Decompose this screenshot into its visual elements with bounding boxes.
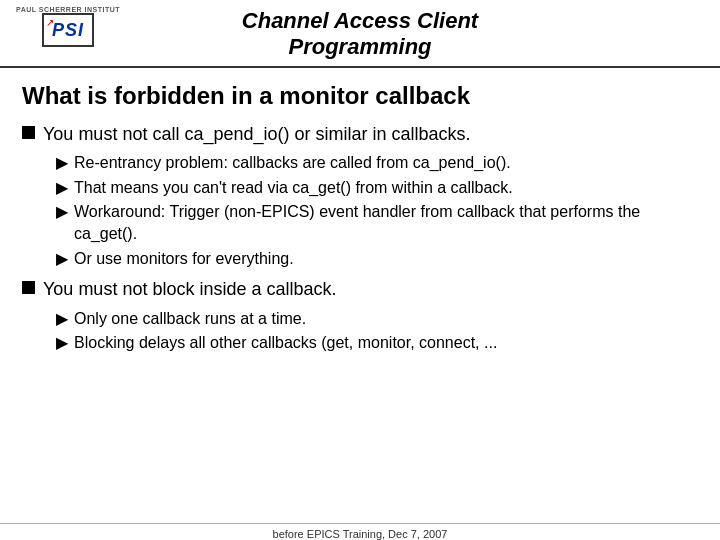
bullet-2: You must not block inside a callback. [22, 277, 698, 301]
title-line2: Programming [242, 34, 478, 60]
arrow-icon-1-4: ▶ [56, 249, 68, 268]
footer-text: before EPICS Training, Dec 7, 2007 [273, 528, 448, 540]
sub-bullets-2: ▶ Only one callback runs at a time. ▶ Bl… [56, 308, 698, 354]
sub-bullet-1-4-text: Or use monitors for everything. [74, 248, 294, 270]
main-content: What is forbidden in a monitor callback … [0, 68, 720, 523]
logo-box: ↗ PSI [42, 13, 94, 47]
sub-bullet-2-1-text: Only one callback runs at a time. [74, 308, 306, 330]
arrow-icon-2-2: ▶ [56, 333, 68, 352]
arrow-icon-1-1: ▶ [56, 153, 68, 172]
sub-bullet-1-1: ▶ Re-entrancy problem: callbacks are cal… [56, 152, 698, 174]
sub-bullet-1-4: ▶ Or use monitors for everything. [56, 248, 698, 270]
arrow-icon-2-1: ▶ [56, 309, 68, 328]
sub-bullets-1: ▶ Re-entrancy problem: callbacks are cal… [56, 152, 698, 269]
footer-note: before EPICS Training, Dec 7, 2007 [0, 523, 720, 540]
logo-arrows-icon: ↗ [46, 17, 54, 28]
bullet-square-icon [22, 126, 35, 139]
section-title: What is forbidden in a monitor callback [22, 82, 698, 110]
header-title: Channel Access Client Programming [242, 8, 478, 60]
sub-bullet-1-2: ▶ That means you can't read via ca_get()… [56, 177, 698, 199]
sub-bullet-1-3-text: Workaround: Trigger (non-EPICS) event ha… [74, 201, 698, 244]
sub-bullet-1-3: ▶ Workaround: Trigger (non-EPICS) event … [56, 201, 698, 244]
sub-bullet-1-1-text: Re-entrancy problem: callbacks are calle… [74, 152, 511, 174]
arrow-icon-1-2: ▶ [56, 178, 68, 197]
sub-bullet-1-2-text: That means you can't read via ca_get() f… [74, 177, 513, 199]
sub-bullet-2-2: ▶ Blocking delays all other callbacks (g… [56, 332, 698, 354]
logo-institute-name: PAUL SCHERRER INSTITUT [16, 6, 120, 13]
bullet-square-icon-2 [22, 281, 35, 294]
sub-bullet-2-1: ▶ Only one callback runs at a time. [56, 308, 698, 330]
bullet-1-text: You must not call ca_pend_io() or simila… [43, 122, 471, 146]
sub-bullet-2-2-text: Blocking delays all other callbacks (get… [74, 332, 497, 354]
logo: PAUL SCHERRER INSTITUT ↗ PSI [16, 6, 120, 47]
arrow-icon-1-3: ▶ [56, 202, 68, 221]
bullet-2-text: You must not block inside a callback. [43, 277, 337, 301]
logo-abbreviation: PSI [52, 20, 84, 41]
bullet-1: You must not call ca_pend_io() or simila… [22, 122, 698, 146]
page: PAUL SCHERRER INSTITUT ↗ PSI Channel Acc… [0, 0, 720, 540]
header: PAUL SCHERRER INSTITUT ↗ PSI Channel Acc… [0, 0, 720, 68]
title-line1: Channel Access Client [242, 8, 478, 34]
